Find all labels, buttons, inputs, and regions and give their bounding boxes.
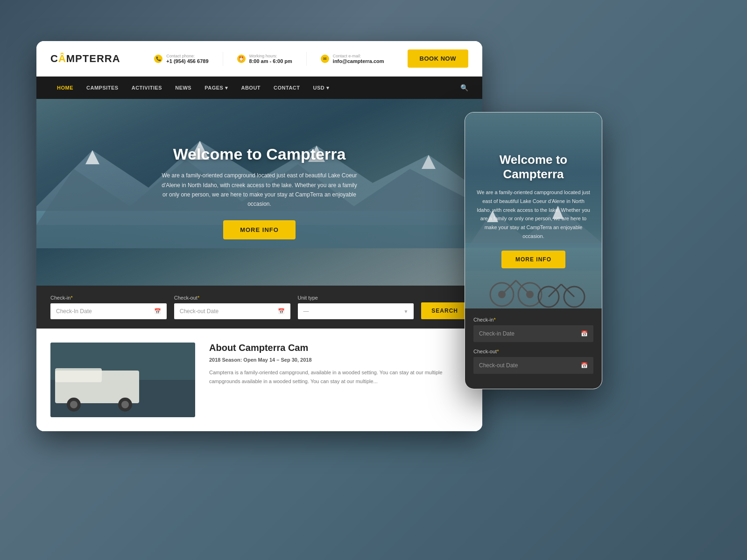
checkin-calendar-icon: 📅 — [154, 308, 161, 315]
search-button[interactable]: SEARCH — [421, 302, 468, 319]
book-now-button[interactable]: BOOK NOW — [408, 49, 468, 68]
mail-icon: ✉ — [321, 55, 329, 63]
unit-type-field: Unit type — ▼ — [298, 295, 414, 319]
checkin-input[interactable]: Check-In Date 📅 — [50, 303, 167, 319]
mobile-hero-desc: We are a family-oriented campground loca… — [476, 188, 591, 240]
phone-label: Contact phone: — [166, 54, 208, 58]
about-image — [50, 343, 195, 417]
about-image-content — [50, 343, 195, 417]
mobile-checkout-label: Check-out* — [473, 349, 593, 354]
checkout-label: Check-out* — [174, 295, 290, 301]
divider-1 — [223, 52, 223, 66]
svg-rect-11 — [55, 368, 102, 382]
mobile-checkout-placeholder: Check-out Date — [479, 362, 518, 369]
hero-section: Welcome to Campterra We are a family-ori… — [36, 99, 482, 286]
email-details: Contact e-mail: info@campterra.com — [333, 54, 384, 64]
clock-icon: ⏰ — [237, 55, 246, 63]
nav-usd[interactable]: USD ▾ — [307, 77, 336, 99]
mobile-hero-content: Welcome to Campterra We are a family-ori… — [476, 153, 591, 269]
checkout-field: Check-out* Check-out Date 📅 — [174, 295, 290, 319]
mobile-checkout-calendar-icon: 📅 — [581, 362, 588, 369]
hours-details: Working hours: 8:00 am - 6:00 pm — [249, 54, 292, 64]
checkin-required: * — [70, 295, 72, 301]
phone-value: +1 (954) 456 6789 — [166, 58, 208, 64]
site-logo: CÂMPTERRA — [50, 53, 120, 65]
mobile-booking: Check-in* Check-in Date 📅 Check-out* Che… — [465, 308, 602, 389]
nav-contact[interactable]: CONTACT — [267, 77, 306, 99]
mobile-hero: Welcome to Campterra We are a family-ori… — [465, 112, 602, 308]
nav-news[interactable]: NEWS — [169, 77, 198, 99]
hours-info: ⏰ Working hours: 8:00 am - 6:00 pm — [237, 54, 292, 64]
booking-bar: Check-in* Check-In Date 📅 Check-out* Che… — [36, 286, 482, 329]
hours-value: 8:00 am - 6:00 pm — [249, 58, 292, 64]
checkout-required: * — [197, 295, 199, 301]
hero-description: We are a family-oriented campground loca… — [162, 171, 358, 209]
nav-home[interactable]: HOME — [50, 77, 80, 99]
nav-pages[interactable]: PAGES ▾ — [198, 77, 234, 99]
phone-details: Contact phone: +1 (954) 456 6789 — [166, 54, 208, 64]
about-description: Campterra is a family-oriented campgroun… — [209, 368, 468, 385]
about-title: About Campterra Cam — [209, 343, 468, 353]
site-header: CÂMPTERRA 📞 Contact phone: +1 (954) 456 … — [36, 41, 482, 77]
divider-2 — [306, 52, 307, 66]
unit-type-label: Unit type — [298, 295, 414, 301]
unit-type-dropdown-icon: ▼ — [403, 309, 408, 314]
svg-point-15 — [121, 401, 129, 408]
nav-items: HOME CAMPSITES ACTIVITIES NEWS PAGES ▾ A… — [50, 77, 460, 99]
hero-title: Welcome to Campterra — [162, 145, 358, 163]
more-info-button[interactable]: MORE INFO — [223, 220, 296, 239]
nav-campsites[interactable]: CAMPSITES — [80, 77, 125, 99]
mobile-checkout-input[interactable]: Check-out Date 📅 — [473, 357, 593, 374]
unit-type-select[interactable]: — ▼ — [298, 303, 414, 319]
checkin-label: Check-in* — [50, 295, 167, 301]
about-season: 2018 Season: Open May 14 – Sep 30, 2018 — [209, 357, 468, 363]
about-content: About Campterra Cam 2018 Season: Open Ma… — [209, 343, 468, 417]
mobile-checkin-field: Check-in* Check-in Date 📅 — [473, 317, 593, 342]
mobile-checkout-required: * — [497, 349, 499, 354]
checkout-input[interactable]: Check-out Date 📅 — [174, 303, 290, 319]
mobile-checkin-required: * — [493, 317, 495, 322]
checkin-placeholder: Check-In Date — [56, 308, 92, 315]
email-label: Contact e-mail: — [333, 54, 384, 58]
mobile-hero-title: Welcome to Campterra — [476, 153, 591, 182]
hero-content: Welcome to Campterra We are a family-ori… — [162, 145, 358, 239]
site-nav: HOME CAMPSITES ACTIVITIES NEWS PAGES ▾ A… — [36, 77, 482, 99]
nav-activities[interactable]: ACTIVITIES — [125, 77, 169, 99]
email-value: info@campterra.com — [333, 58, 384, 64]
phone-icon: 📞 — [154, 55, 162, 63]
mobile-checkin-input[interactable]: Check-in Date 📅 — [473, 325, 593, 342]
desktop-mockup: CÂMPTERRA 📞 Contact phone: +1 (954) 456 … — [36, 41, 482, 431]
header-info: 📞 Contact phone: +1 (954) 456 6789 ⏰ Wor… — [154, 49, 468, 68]
svg-point-13 — [70, 401, 78, 408]
mobile-checkin-placeholder: Check-in Date — [479, 330, 514, 337]
mobile-more-info-button[interactable]: MORE INFO — [501, 251, 565, 268]
checkin-field: Check-in* Check-In Date 📅 — [50, 295, 167, 319]
nav-about[interactable]: ABOUT — [234, 77, 267, 99]
about-section: About Campterra Cam 2018 Season: Open Ma… — [36, 329, 482, 431]
checkout-calendar-icon: 📅 — [278, 308, 285, 315]
unit-type-placeholder: — — [303, 308, 309, 315]
hours-label: Working hours: — [249, 54, 292, 58]
search-icon[interactable]: 🔍 — [460, 84, 468, 91]
svg-line-26 — [509, 280, 516, 287]
mobile-checkin-label: Check-in* — [473, 317, 593, 322]
mobile-mockup: Welcome to Campterra We are a family-ori… — [465, 112, 602, 389]
mobile-checkout-field: Check-out* Check-out Date 📅 — [473, 349, 593, 374]
phone-info: 📞 Contact phone: +1 (954) 456 6789 — [154, 54, 208, 64]
email-info: ✉ Contact e-mail: info@campterra.com — [321, 54, 384, 64]
checkout-placeholder: Check-out Date — [180, 308, 218, 315]
mobile-checkin-calendar-icon: 📅 — [581, 330, 588, 337]
